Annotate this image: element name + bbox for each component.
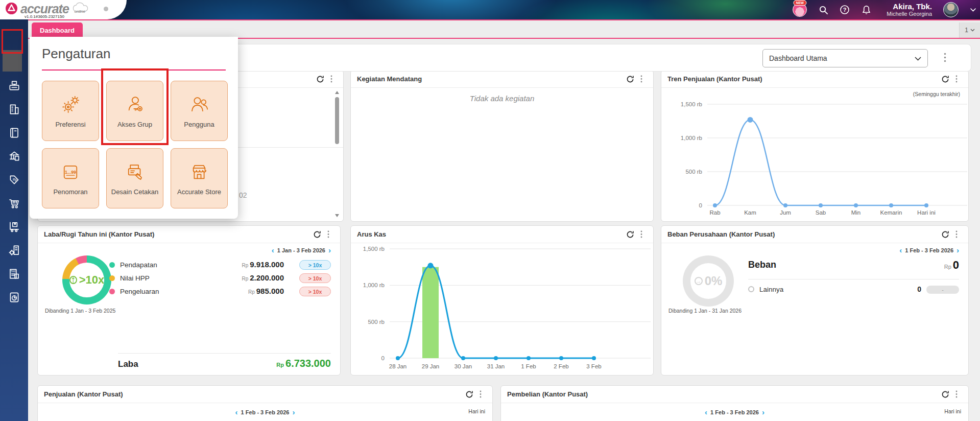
legend-dot	[748, 286, 754, 292]
sidebar-item-bank[interactable]	[0, 146, 28, 167]
cash-register-icon	[8, 79, 21, 92]
user-avatar[interactable]	[943, 2, 959, 17]
refresh-icon[interactable]	[940, 74, 951, 85]
sidebar-item-company[interactable]	[0, 99, 28, 120]
tren-penjualan-line-chart: 0500 rb1,000 rb1,500 rbRabKamJumSabMinKe…	[662, 95, 969, 225]
scrollbar-thumb[interactable]	[335, 97, 339, 144]
sidebar-item-cash-register[interactable]	[0, 76, 28, 96]
chevron-down-icon	[970, 29, 975, 32]
date-range: 1 Jan - 3 Feb 2026	[277, 247, 325, 253]
kebab-menu-icon[interactable]	[951, 74, 962, 85]
users-icon	[188, 94, 210, 115]
next-date-icon[interactable]: ›	[762, 408, 764, 416]
legend-dot	[109, 289, 115, 294]
svg-text:1,500 rb: 1,500 rb	[681, 101, 702, 107]
promo-avatar[interactable]: NEW	[793, 3, 807, 17]
sidebar-item-journal[interactable]	[0, 123, 28, 143]
svg-text:TAX: TAX	[10, 270, 16, 273]
refresh-icon[interactable]	[940, 389, 951, 400]
card-title: Arus Kas	[357, 230, 625, 238]
refresh-icon[interactable]	[464, 389, 475, 400]
scroll-down-icon[interactable]	[335, 214, 339, 217]
card-beban-perusahaan: Beban Perusahaan (Kantor Pusat) ‹ 1 Feb …	[661, 225, 969, 376]
vertical-scrollbar[interactable]	[334, 91, 340, 217]
bank-icon	[8, 150, 21, 163]
annotation-box-settings	[2, 29, 23, 54]
date-range: 1 Feb - 3 Feb 2026	[241, 409, 290, 415]
prev-date-icon[interactable]: ‹	[235, 408, 238, 416]
accurate-logo[interactable]: accurate online	[5, 2, 90, 15]
prev-date-icon[interactable]: ‹	[272, 246, 274, 254]
kebab-menu-icon[interactable]	[475, 389, 486, 400]
next-date-icon[interactable]: ›	[292, 408, 295, 416]
store-icon	[188, 161, 210, 183]
help-icon[interactable]: ?	[840, 5, 850, 15]
asset-building-icon	[8, 244, 21, 257]
scroll-up-icon[interactable]	[335, 91, 339, 94]
tile-penomoran[interactable]: 1...99 Penomoran	[42, 148, 99, 208]
date-range-nav[interactable]: ‹ 1 Feb - 3 Feb 2026 ›	[235, 408, 295, 416]
user-name: Michelle Georgina	[887, 11, 932, 17]
refresh-icon[interactable]	[315, 74, 326, 85]
period-label: Hari ini	[944, 408, 961, 414]
sidebar-item-purchases[interactable]	[0, 217, 28, 237]
next-date-icon[interactable]: ›	[957, 246, 959, 254]
partial-text: 02	[239, 191, 247, 199]
chevron-down-icon	[915, 54, 921, 62]
svg-text:Kam: Kam	[744, 209, 756, 216]
beban-heading: Beban	[748, 260, 776, 270]
kebab-menu-icon[interactable]	[636, 229, 647, 240]
notifications-bell-icon[interactable]	[861, 5, 871, 15]
beban-value: Rp0	[944, 259, 959, 272]
tile-preferensi[interactable]: Preferensi	[42, 81, 99, 141]
sidebar-item-tax[interactable]: TAX	[0, 264, 28, 284]
printer-pencil-icon	[124, 161, 146, 183]
date-range-nav[interactable]: ‹ 1 Jan - 3 Feb 2026 ›	[272, 246, 331, 254]
sidebar-item-sales[interactable]	[0, 193, 28, 214]
svg-text:28 Jan: 28 Jan	[389, 363, 407, 369]
svg-text:Min: Min	[851, 209, 861, 216]
total-row: Laba Rp6.733.000	[118, 358, 331, 369]
left-sidebar: Rp TAX	[0, 19, 28, 421]
toolbar-kebab-menu-icon[interactable]	[944, 53, 946, 64]
kebab-menu-icon[interactable]	[951, 229, 962, 240]
date-range-nav[interactable]: ‹ 1 Feb - 3 Feb 2026 ›	[705, 408, 764, 416]
refresh-icon[interactable]	[625, 229, 636, 240]
svg-text:31 Jan: 31 Jan	[487, 363, 505, 369]
next-date-icon[interactable]: ›	[328, 246, 331, 254]
user-menu-chevron-icon[interactable]	[970, 5, 976, 15]
donut-center-label: >10x	[79, 273, 105, 287]
prev-date-icon[interactable]: ‹	[705, 408, 707, 416]
dashboard-select[interactable]: Dashboard Utama	[762, 49, 928, 67]
sidebar-item-assets[interactable]	[0, 240, 28, 261]
svg-text:3 Feb: 3 Feb	[586, 363, 601, 369]
refresh-icon[interactable]	[312, 229, 323, 240]
tab-dashboard[interactable]: Dashboard	[32, 22, 83, 38]
sidebar-item-reports[interactable]	[0, 287, 28, 308]
legend-row-nilai-hpp: Nilai HPP	[109, 273, 150, 283]
sidebar-item-price-tag[interactable]: Rp	[0, 170, 28, 190]
date-range-nav[interactable]: ‹ 1 Feb - 3 Feb 2026 ›	[899, 246, 959, 254]
tax-document-icon: TAX	[8, 267, 21, 280]
prev-date-icon[interactable]: ‹	[899, 246, 902, 254]
legend-row-pendapatan: Pendapatan	[109, 260, 157, 270]
kebab-menu-icon[interactable]	[323, 229, 334, 240]
refresh-icon[interactable]	[625, 74, 636, 85]
company-building-icon	[8, 103, 21, 116]
tile-desain-cetakan[interactable]: Desain Cetakan	[106, 148, 163, 208]
page-indicator[interactable]: 1	[959, 22, 980, 38]
tab-bar: Dashboard 1	[0, 20, 980, 38]
total-divider	[118, 353, 331, 354]
tile-accurate-store[interactable]: Accurate Store	[171, 148, 228, 208]
tile-pengguna[interactable]: Pengguna	[171, 81, 228, 141]
search-icon[interactable]	[818, 5, 828, 15]
refresh-icon[interactable]	[940, 229, 951, 240]
svg-text:1...99: 1...99	[65, 170, 76, 175]
kebab-menu-icon[interactable]	[951, 389, 962, 400]
total-value: Rp6.733.000	[276, 358, 331, 369]
svg-text:30 Jan: 30 Jan	[455, 363, 472, 369]
card-title: Kegiatan Mendatang	[357, 75, 625, 83]
kebab-menu-icon[interactable]	[326, 74, 337, 85]
kebab-menu-icon[interactable]	[636, 74, 647, 85]
numbering-icon: 1...99	[60, 161, 81, 183]
